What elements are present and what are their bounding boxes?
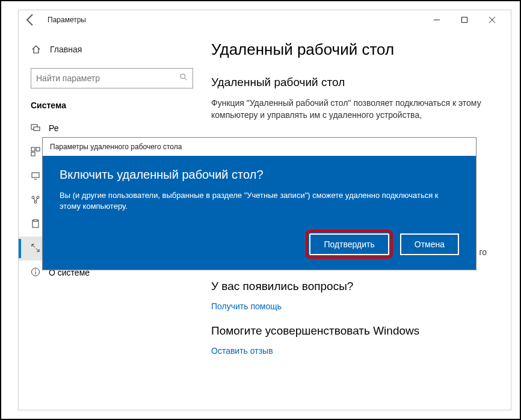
arrow-left-icon [23,13,38,27]
info-icon [31,267,40,279]
titlebar: Параметры [19,10,511,29]
shared-icon [31,195,40,206]
cancel-button[interactable]: Отмена [400,233,459,255]
svg-line-17 [36,198,37,201]
close-icon [489,17,495,23]
svg-point-24 [35,269,36,270]
section-label: Система [31,100,193,110]
svg-rect-1 [462,17,467,23]
svg-point-4 [180,74,185,79]
svg-line-5 [185,78,187,81]
svg-rect-9 [36,147,40,151]
svg-line-16 [34,198,35,201]
dialog-buttons: Подтвердить Отмена [60,233,459,255]
dialog-title: Параметры удаленного рабочего стола [43,138,476,156]
multitasking-icon [31,147,40,158]
page-title: Удаленный рабочий стол [211,40,487,59]
maximize-icon [461,17,467,23]
home-nav[interactable]: Главная [31,38,193,61]
sidebar-item-label: Ре [49,123,59,133]
svg-rect-10 [31,152,35,156]
dialog-text: Вы (и другие пользователи, выбранные в р… [60,190,459,212]
feedback-link[interactable]: Оставить отзыв [211,346,487,356]
projecting-icon [31,171,40,182]
improve-title: Помогите усовершенствовать Windows [211,324,487,338]
confirmation-dialog: Параметры удаленного рабочего стола Вклю… [42,137,476,270]
close-button[interactable] [478,10,506,29]
svg-rect-19 [34,220,37,221]
svg-line-21 [36,249,39,252]
section-text: Функция "Удаленный рабочий стол" позволя… [211,97,487,121]
help-link[interactable]: Получить помощь [211,301,487,311]
search-input[interactable] [36,73,179,83]
svg-rect-8 [31,147,35,151]
remote-desktop-icon [31,243,40,255]
search-input-container[interactable] [31,68,193,88]
home-icon [31,44,42,55]
section-title: Удаленный рабочий стол [211,76,487,89]
minimize-icon [434,17,440,23]
window-controls [423,10,506,29]
back-button[interactable] [23,13,38,27]
clipboard-icon [31,219,40,230]
maximize-button[interactable] [451,10,478,29]
search-icon [179,73,188,84]
svg-rect-7 [34,127,40,131]
confirm-button[interactable]: Подтвердить [309,233,389,255]
dialog-heading: Включить удаленный рабочий стол? [60,168,459,182]
home-label: Главная [50,45,82,54]
dialog-body: Включить удаленный рабочий стол? Вы (и д… [43,156,476,270]
window-title: Параметры [48,16,86,24]
svg-line-20 [32,244,35,247]
minimize-button[interactable] [423,10,451,29]
sidebar-item-re[interactable]: Ре [19,116,193,140]
svg-rect-11 [32,173,39,178]
questions-title: У вас появились вопросы? [211,280,487,293]
projection-icon [31,123,40,134]
svg-point-15 [34,201,37,203]
